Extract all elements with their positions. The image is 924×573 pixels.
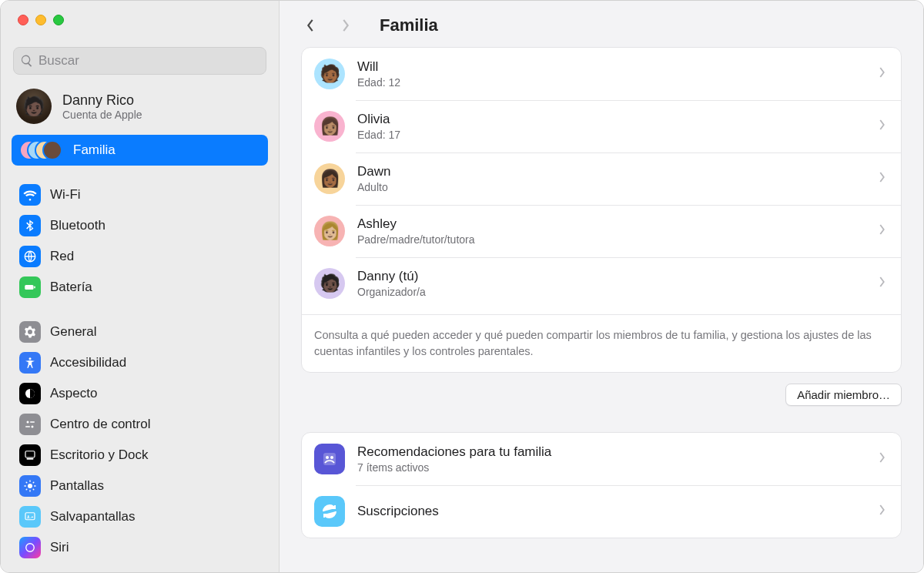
sidebar: Buscar 🧑🏿 Danny Rico Cuenta de Apple Fam… (1, 1, 280, 572)
dock-icon (19, 444, 41, 466)
account-subtitle: Cuenta de Apple (62, 109, 142, 121)
siri-icon (19, 537, 41, 558)
family-member-row[interactable]: 🧑🏾WillEdad: 12 (302, 48, 901, 100)
sidebar-item-label: Aspecto (50, 386, 97, 401)
displays-icon (19, 475, 41, 497)
sidebar-item-label: Pantallas (50, 478, 104, 494)
family-member-row[interactable]: 👩🏽OliviaEdad: 17 (302, 100, 901, 152)
family-members-card: 🧑🏾WillEdad: 12👩🏽OliviaEdad: 17👩🏾DawnAdul… (301, 47, 902, 373)
family-avatars-icon (19, 139, 64, 161)
family-sections-card: Recomendaciones para tu familia 7 ítems … (301, 432, 902, 538)
search-input[interactable]: Buscar (13, 47, 266, 75)
sidebar-item-bluetooth[interactable]: Bluetooth (12, 210, 268, 241)
family-member-row[interactable]: 👩🏾DawnAdulto (302, 152, 901, 205)
svg-point-11 (28, 484, 32, 488)
family-member-row[interactable]: 👩🏼AshleyPadre/madre/tutor/tutora (302, 205, 901, 257)
svg-rect-12 (25, 513, 35, 520)
bluetooth-icon (19, 215, 41, 236)
search-placeholder: Buscar (38, 53, 259, 69)
battery-icon (19, 276, 41, 298)
sidebar-item-displays[interactable]: Pantallas (12, 471, 268, 501)
chevron-right-icon (879, 223, 886, 239)
globe-icon (19, 246, 41, 267)
sidebar-item-siri[interactable]: Siri (12, 532, 268, 563)
svg-rect-15 (323, 453, 336, 465)
member-subtitle: Edad: 12 (357, 76, 400, 89)
family-member-row[interactable]: 🧑🏿Danny (tú)Organizador/a (302, 257, 901, 310)
sidebar-item-appearance[interactable]: Aspecto (12, 378, 268, 409)
svg-rect-10 (27, 458, 34, 460)
subscriptions-row[interactable]: Suscripciones (302, 485, 901, 538)
add-member-button[interactable]: Añadir miembro… (785, 384, 902, 406)
screensaver-icon (19, 506, 41, 528)
titlebar: Familia (280, 1, 923, 47)
window-controls (1, 1, 279, 35)
sidebar-item-accessibility[interactable]: Accesibilidad (12, 347, 268, 378)
member-name: Olivia (357, 112, 400, 127)
sidebar-item-label: Siri (50, 540, 69, 555)
sidebar-item-network[interactable]: Red (12, 241, 268, 272)
member-subtitle: Adulto (357, 181, 390, 193)
sidebar-item-wifi[interactable]: Wi-Fi (12, 179, 268, 210)
sidebar-item-screensaver[interactable]: Salvapantallas (12, 501, 268, 532)
sidebar-item-family[interactable]: Familia (12, 135, 268, 166)
sidebar-item-desktop-dock[interactable]: Escritorio y Dock (12, 440, 268, 471)
main-pane: Familia 🧑🏾WillEdad: 12👩🏽OliviaEdad: 17👩🏾… (280, 1, 923, 572)
chevron-right-icon (879, 451, 886, 467)
svg-point-7 (32, 426, 34, 428)
member-avatar: 👩🏾 (314, 163, 345, 194)
svg-point-17 (330, 456, 333, 459)
member-name: Will (357, 59, 400, 75)
minimize-window-button[interactable] (35, 15, 46, 25)
sidebar-item-control-center[interactable]: Centro de control (12, 409, 268, 440)
account-avatar: 🧑🏿 (16, 89, 52, 124)
recommendations-icon (314, 444, 345, 474)
accessibility-icon (19, 352, 41, 374)
member-avatar: 🧑🏾 (314, 59, 345, 89)
account-header[interactable]: 🧑🏿 Danny Rico Cuenta de Apple (1, 82, 279, 133)
svg-point-3 (29, 357, 32, 360)
svg-rect-1 (25, 285, 33, 290)
subscriptions-icon (314, 496, 345, 527)
member-subtitle: Edad: 17 (357, 129, 400, 141)
page-title: Familia (380, 15, 438, 35)
sidebar-item-label: Escritorio y Dock (50, 447, 149, 463)
member-subtitle: Organizador/a (357, 286, 426, 298)
chevron-right-icon (879, 504, 886, 519)
member-name: Ashley (357, 216, 475, 232)
wifi-icon (19, 184, 41, 206)
family-note: Consulta a qué pueden acceder y qué pued… (302, 314, 901, 360)
close-window-button[interactable] (18, 15, 28, 25)
member-name: Danny (tú) (357, 269, 426, 284)
forward-button[interactable] (336, 16, 355, 35)
member-avatar: 👩🏼 (314, 216, 345, 246)
chevron-right-icon (879, 276, 886, 291)
svg-point-14 (26, 544, 35, 552)
svg-point-13 (28, 515, 29, 517)
sidebar-item-label: Batería (50, 280, 92, 295)
sidebar-item-battery[interactable]: Batería (12, 272, 268, 303)
member-subtitle: Padre/madre/tutor/tutora (357, 233, 475, 246)
content-scroll[interactable]: 🧑🏾WillEdad: 12👩🏽OliviaEdad: 17👩🏾DawnAdul… (280, 47, 923, 572)
fullscreen-window-button[interactable] (53, 15, 64, 25)
gear-icon (19, 321, 41, 343)
svg-rect-8 (25, 426, 30, 427)
subscriptions-title: Suscripciones (357, 504, 439, 519)
sidebar-item-general[interactable]: General (12, 317, 268, 347)
recommendations-row[interactable]: Recomendaciones para tu familia 7 ítems … (302, 433, 901, 485)
recommendations-title: Recomendaciones para tu familia (357, 444, 551, 460)
sidebar-item-label: General (50, 324, 96, 340)
control-center-icon (19, 414, 41, 435)
svg-point-16 (326, 456, 329, 459)
svg-rect-6 (30, 421, 35, 423)
recommendations-subtitle: 7 ítems activos (357, 461, 551, 474)
sidebar-list: Familia Wi-Fi Bluetooth Red Ba (1, 133, 279, 563)
sidebar-item-label: Bluetooth (50, 218, 105, 233)
back-button[interactable] (301, 16, 320, 35)
member-avatar: 🧑🏿 (314, 268, 345, 299)
search-icon (20, 54, 34, 68)
svg-point-5 (27, 421, 29, 424)
sidebar-item-label: Familia (73, 142, 116, 158)
appearance-icon (19, 383, 41, 404)
sidebar-item-label: Accesibilidad (50, 355, 126, 370)
